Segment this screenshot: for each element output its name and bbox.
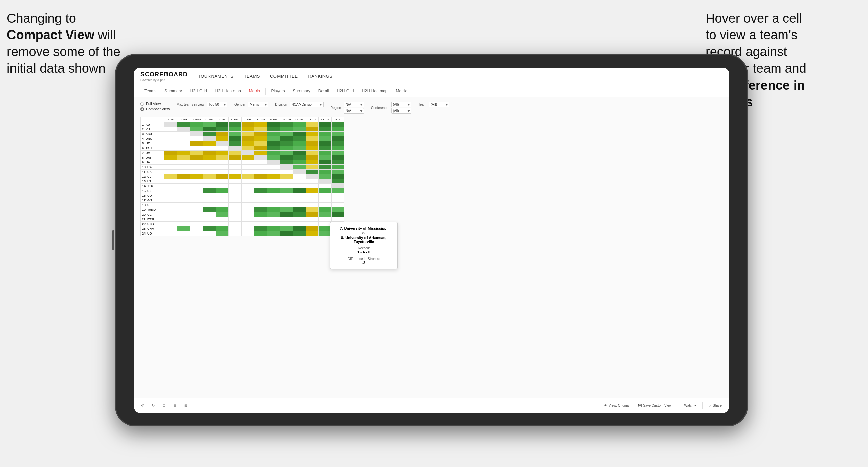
matrix-cell[interactable] [319, 203, 332, 207]
matrix-cell[interactable] [164, 222, 177, 226]
matrix-cell[interactable] [177, 222, 190, 226]
matrix-cell[interactable] [242, 146, 254, 151]
matrix-cell[interactable] [280, 217, 293, 222]
matrix-cell[interactable] [267, 179, 280, 184]
matrix-cell[interactable] [229, 160, 242, 165]
matrix-cell[interactable] [177, 193, 190, 198]
matrix-cell[interactable] [319, 132, 332, 136]
matrix-cell[interactable] [216, 127, 229, 132]
matrix-cell[interactable] [319, 179, 332, 184]
matrix-cell[interactable] [280, 231, 293, 236]
conference-select1[interactable]: (All) [391, 102, 411, 107]
matrix-cell[interactable] [177, 136, 190, 141]
max-teams-select[interactable]: Top 50 [207, 102, 227, 107]
matrix-cell[interactable] [267, 132, 280, 136]
matrix-cell[interactable] [267, 141, 280, 146]
matrix-cell[interactable] [164, 170, 177, 174]
nav-teams[interactable]: TEAMS [244, 74, 260, 79]
matrix-cell[interactable] [267, 203, 280, 207]
matrix-cell[interactable] [177, 184, 190, 188]
matrix-cell[interactable] [216, 151, 229, 155]
matrix-cell[interactable] [177, 155, 190, 160]
matrix-cell[interactable] [293, 207, 306, 212]
matrix-cell[interactable] [229, 217, 242, 222]
matrix-cell[interactable] [203, 136, 216, 141]
matrix-cell[interactable] [254, 217, 267, 222]
matrix-cell[interactable] [203, 184, 216, 188]
matrix-cell[interactable] [177, 207, 190, 212]
matrix-cell[interactable] [293, 212, 306, 217]
matrix-cell[interactable] [267, 155, 280, 160]
matrix-cell[interactable] [293, 179, 306, 184]
matrix-cell[interactable] [190, 231, 203, 236]
matrix-cell[interactable] [332, 188, 344, 193]
sub-nav-h2hheatmap2[interactable]: H2H Heatmap [358, 85, 392, 97]
matrix-cell[interactable] [319, 212, 332, 217]
matrix-cell[interactable] [293, 231, 306, 236]
sub-nav-summary2[interactable]: Summary [289, 85, 314, 97]
matrix-cell[interactable] [229, 231, 242, 236]
matrix-cell[interactable] [254, 155, 267, 160]
matrix-cell[interactable] [332, 203, 344, 207]
matrix-cell[interactable] [190, 217, 203, 222]
matrix-cell[interactable] [242, 179, 254, 184]
sub-nav-teams[interactable]: Teams [140, 85, 160, 97]
matrix-cell[interactable] [242, 127, 254, 132]
matrix-cell[interactable] [319, 122, 332, 127]
matrix-cell[interactable] [177, 179, 190, 184]
matrix-cell[interactable] [254, 193, 267, 198]
matrix-cell[interactable] [203, 146, 216, 151]
matrix-cell[interactable] [254, 179, 267, 184]
view-original-btn[interactable]: 👁 View: Original [602, 402, 632, 409]
matrix-cell[interactable] [267, 193, 280, 198]
matrix-cell[interactable] [190, 212, 203, 217]
matrix-cell[interactable] [190, 170, 203, 174]
matrix-cell[interactable] [293, 155, 306, 160]
matrix-cell[interactable] [293, 198, 306, 203]
matrix-cell[interactable] [216, 174, 229, 179]
matrix-cell[interactable] [293, 184, 306, 188]
matrix-cell[interactable] [293, 136, 306, 141]
sub-nav-matrix1[interactable]: Matrix [245, 85, 264, 97]
matrix-cell[interactable] [319, 193, 332, 198]
matrix-cell[interactable] [216, 141, 229, 146]
matrix-cell[interactable] [306, 217, 319, 222]
matrix-cell[interactable] [229, 127, 242, 132]
matrix-cell[interactable] [306, 188, 319, 193]
matrix-cell[interactable] [164, 141, 177, 146]
matrix-cell[interactable] [190, 179, 203, 184]
matrix-cell[interactable] [229, 165, 242, 170]
full-view-radio[interactable]: Full View [140, 102, 170, 106]
matrix-cell[interactable] [190, 222, 203, 226]
matrix-cell[interactable] [280, 170, 293, 174]
matrix-cell[interactable] [280, 136, 293, 141]
sub-nav-h2hheatmap1[interactable]: H2H Heatmap [211, 85, 245, 97]
matrix-cell[interactable] [306, 146, 319, 151]
gender-select[interactable]: Men's [248, 102, 268, 107]
matrix-cell[interactable] [164, 160, 177, 165]
matrix-cell[interactable] [319, 188, 332, 193]
matrix-cell[interactable] [306, 174, 319, 179]
matrix-cell[interactable] [229, 122, 242, 127]
matrix-cell[interactable] [229, 188, 242, 193]
matrix-cell[interactable] [242, 207, 254, 212]
matrix-cell[interactable] [293, 122, 306, 127]
matrix-cell[interactable] [267, 188, 280, 193]
matrix-cell[interactable] [293, 132, 306, 136]
matrix-cell[interactable] [254, 122, 267, 127]
matrix-cell[interactable] [203, 188, 216, 193]
compact-view-radio[interactable]: Compact View [140, 107, 170, 111]
matrix-cell[interactable] [177, 151, 190, 155]
matrix-cell[interactable] [332, 127, 344, 132]
matrix-cell[interactable] [164, 127, 177, 132]
matrix-cell[interactable] [242, 203, 254, 207]
matrix-cell[interactable] [242, 184, 254, 188]
matrix-cell[interactable] [216, 122, 229, 127]
matrix-cell[interactable] [319, 170, 332, 174]
matrix-cell[interactable] [203, 193, 216, 198]
toolbar-btn4[interactable]: ⊞ [172, 402, 178, 409]
matrix-cell[interactable] [267, 127, 280, 132]
matrix-cell[interactable] [293, 141, 306, 146]
matrix-cell[interactable] [229, 193, 242, 198]
matrix-cell[interactable] [319, 165, 332, 170]
